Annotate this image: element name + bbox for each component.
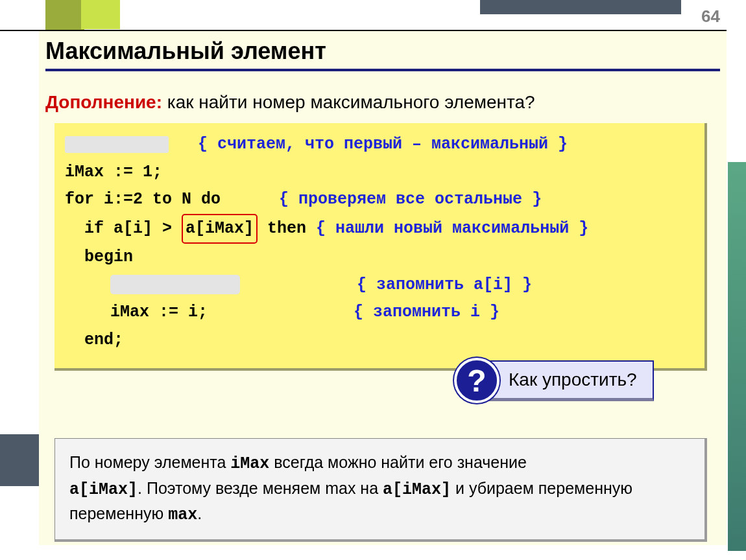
explain-text: всегда можно найти его значение <box>269 453 527 471</box>
code-comment: { запомнить a[i] } <box>357 275 532 294</box>
mono-token: a[iMax] <box>383 480 451 499</box>
code-line: for i:=2 to N do <box>65 190 221 209</box>
mono-token: iMax <box>230 454 269 473</box>
slide-content: Максимальный элемент Дополнение: как най… <box>39 30 727 545</box>
subtitle-lead: Дополнение: <box>45 92 162 112</box>
highlighted-token: a[iMax] <box>182 214 258 244</box>
code-line: then <box>258 219 316 238</box>
mono-token: a[iMax] <box>69 480 138 499</box>
explain-text: . <box>197 504 202 522</box>
question-callout: ? Как упростить? <box>454 358 654 403</box>
blank-region-1 <box>65 136 169 153</box>
code-line: end; <box>65 327 694 355</box>
page-number: 64 <box>701 6 720 27</box>
subtitle-rest: как найти номер максимального элемента? <box>162 92 535 112</box>
explanation-box: По номеру элемента iMax всегда можно най… <box>54 438 707 542</box>
question-mark-icon: ? <box>454 358 499 403</box>
code-comment: { проверяем все остальные } <box>279 190 542 209</box>
explain-text: и убираем переменную <box>451 479 632 497</box>
explain-text: переменную <box>69 504 168 522</box>
code-comment: { запомнить i } <box>354 303 499 321</box>
code-line: iMax := i; <box>110 303 208 321</box>
subtitle: Дополнение: как найти номер максимальног… <box>39 71 727 123</box>
explain-text: По номеру элемента <box>69 453 230 471</box>
code-comment: { нашли новый максимальный } <box>316 219 588 238</box>
code-line: begin <box>65 244 694 272</box>
slide-title: Максимальный элемент <box>39 31 727 65</box>
blank-region-2 <box>110 275 240 294</box>
code-block: { считаем, что первый – максимальный } i… <box>54 123 707 371</box>
code-comment: { считаем, что первый – максимальный } <box>198 135 568 154</box>
mono-token: max <box>168 506 197 524</box>
code-line: if a[i] > <box>84 219 182 238</box>
code-line: iMax := 1; <box>65 159 694 187</box>
callout-text: Как упростить? <box>481 360 654 401</box>
explain-text: . Поэтому везде меняем max на <box>138 479 383 497</box>
